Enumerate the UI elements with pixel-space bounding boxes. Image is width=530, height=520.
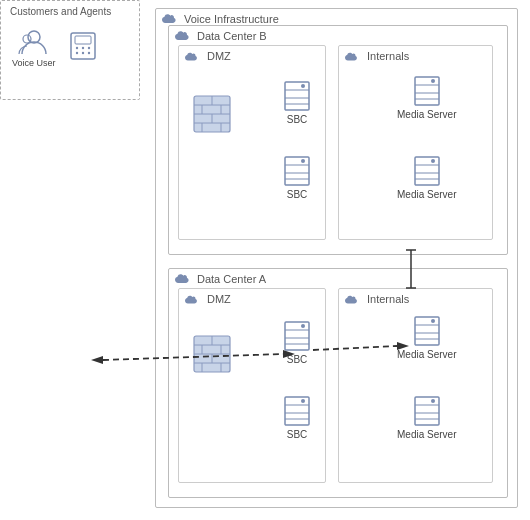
- voice-user-label: Voice User: [12, 58, 56, 68]
- media-server-bottom-2-device: Media Server: [397, 395, 456, 440]
- svg-point-54: [301, 324, 305, 328]
- voice-infra-label: Voice Infrastructure: [184, 13, 279, 25]
- sbc-top-2-device: SBC: [283, 155, 311, 200]
- svg-point-6: [88, 47, 90, 49]
- media-server-bottom-1-device: Media Server: [397, 315, 456, 360]
- sbc-bottom-1-icon: [283, 320, 311, 352]
- dmz-bottom-cloud-icon: [185, 293, 199, 308]
- svg-rect-50: [285, 322, 309, 350]
- media-server-top-2-label: Media Server: [397, 189, 456, 200]
- svg-rect-30: [415, 77, 439, 105]
- firewall-bottom-device: [193, 335, 231, 373]
- svg-point-29: [301, 159, 305, 163]
- svg-point-1: [23, 35, 31, 43]
- dc-b-cloud-icon: [175, 30, 191, 45]
- phone-device: [68, 32, 98, 60]
- media-server-top-1-label: Media Server: [397, 109, 456, 120]
- sbc-bottom-2-device: SBC: [283, 395, 311, 440]
- firewall-top-icon: [193, 95, 231, 133]
- diagram-container: Voice Infrastructure Data Center B DMZ I…: [0, 0, 530, 520]
- media-server-bottom-2-icon: [413, 395, 441, 427]
- media-server-top-2-device: Media Server: [397, 155, 456, 200]
- sbc-bottom-1-label: SBC: [287, 354, 308, 365]
- media-server-bottom-1-label: Media Server: [397, 349, 456, 360]
- dmz-top-region: DMZ: [178, 45, 326, 240]
- sbc-top-2-icon: [283, 155, 311, 187]
- dmz-bottom-region: DMZ: [178, 288, 326, 483]
- customers-region: Customers and Agents Voice User: [0, 0, 140, 100]
- sbc-bottom-2-icon: [283, 395, 311, 427]
- media-server-bottom-2-label: Media Server: [397, 429, 456, 440]
- sbc-bottom-1-device: SBC: [283, 320, 311, 365]
- svg-point-7: [76, 52, 78, 54]
- svg-rect-25: [285, 157, 309, 185]
- dc-a-cloud-icon: [175, 273, 191, 288]
- customers-label: Customers and Agents: [10, 6, 111, 17]
- svg-point-34: [431, 79, 435, 83]
- voice-user-icon: [18, 28, 50, 56]
- internals-top-label: Internals: [367, 50, 409, 62]
- svg-point-69: [431, 399, 435, 403]
- sbc-top-2-label: SBC: [287, 189, 308, 200]
- sbc-bottom-2-label: SBC: [287, 429, 308, 440]
- svg-point-24: [301, 84, 305, 88]
- media-server-top-1-device: Media Server: [397, 75, 456, 120]
- dmz-top-label: DMZ: [207, 50, 231, 62]
- svg-point-39: [431, 159, 435, 163]
- dmz-bottom-label: DMZ: [207, 293, 231, 305]
- dmz-top-cloud-icon: [185, 50, 199, 65]
- svg-rect-20: [285, 82, 309, 110]
- media-server-top-1-icon: [413, 75, 441, 107]
- svg-rect-55: [285, 397, 309, 425]
- firewall-bottom-icon: [193, 335, 231, 373]
- svg-rect-60: [415, 317, 439, 345]
- svg-rect-35: [415, 157, 439, 185]
- svg-point-9: [88, 52, 90, 54]
- sbc-top-1-label: SBC: [287, 114, 308, 125]
- media-server-bottom-1-icon: [413, 315, 441, 347]
- svg-point-8: [82, 52, 84, 54]
- internals-bottom-label: Internals: [367, 293, 409, 305]
- svg-point-59: [301, 399, 305, 403]
- sbc-top-1-icon: [283, 80, 311, 112]
- dc-b-label: Data Center B: [197, 30, 267, 42]
- internals-top-cloud-icon: [345, 50, 359, 65]
- voice-user-device: Voice User: [12, 28, 56, 68]
- sbc-top-1-device: SBC: [283, 80, 311, 125]
- svg-rect-3: [75, 36, 91, 44]
- phone-icon: [68, 32, 98, 60]
- svg-point-4: [76, 47, 78, 49]
- svg-point-5: [82, 47, 84, 49]
- svg-marker-77: [91, 356, 103, 364]
- firewall-top-device: [193, 95, 231, 133]
- media-server-top-2-icon: [413, 155, 441, 187]
- internals-bottom-cloud-icon: [345, 293, 359, 308]
- svg-point-64: [431, 319, 435, 323]
- svg-rect-65: [415, 397, 439, 425]
- dc-a-label: Data Center A: [197, 273, 266, 285]
